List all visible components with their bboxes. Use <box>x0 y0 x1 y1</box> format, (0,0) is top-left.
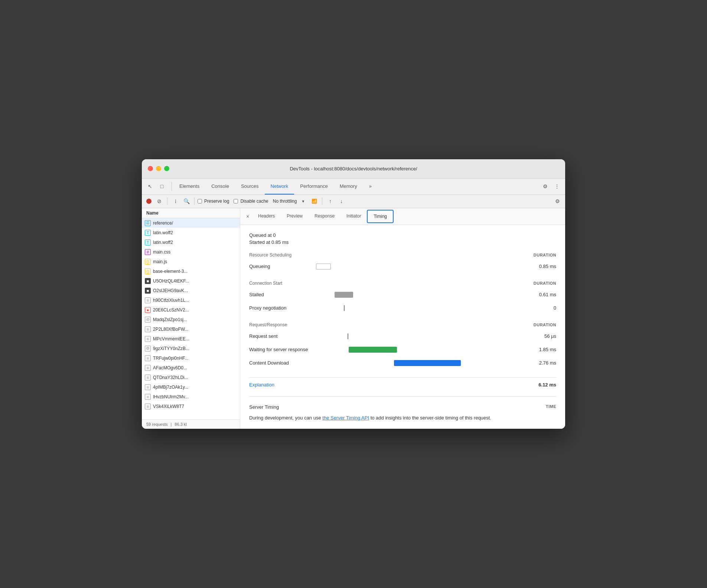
file-icon-1: T <box>145 230 151 236</box>
sidebar-item-17[interactable]: ≡ 4pIMBj7zOAk1y... <box>142 382 240 392</box>
server-timing-desc-suffix: to add insights into the server-side tim… <box>369 415 491 421</box>
server-timing-description: During development, you can use the Serv… <box>249 414 556 422</box>
throttle-label: No throttling <box>273 199 297 204</box>
sidebar-item-4[interactable]: {} main.js <box>142 257 240 267</box>
sub-tab-initiator[interactable]: Initiator <box>341 210 367 223</box>
window-title: DevTools - localhost:8080/docs/devtools/… <box>290 166 417 172</box>
sidebar-item-7[interactable]: ■ O2slJEHG9avK... <box>142 286 240 295</box>
cursor-icon[interactable]: ↖ <box>145 181 155 192</box>
sidebar-item-9[interactable]: ● 20E6CLcSzNV2... <box>142 305 240 315</box>
request-sent-label: Request sent <box>249 333 316 339</box>
titlebar: DevTools - localhost:8080/docs/devtools/… <box>142 159 565 179</box>
server-timing-desc-prefix: During development, you can use <box>249 415 322 421</box>
tab-sources[interactable]: Sources <box>235 178 265 195</box>
inspect-icon[interactable]: □ <box>157 181 167 192</box>
sidebar-item-0[interactable]: ☰ reference/ <box>142 218 240 228</box>
resource-scheduling-section: Resource Scheduling DURATION Queueing 0.… <box>249 252 556 272</box>
close-button[interactable] <box>148 166 153 171</box>
sidebar-item-name-3: main.css <box>153 249 170 255</box>
tab-performance[interactable]: Performance <box>294 178 333 195</box>
sidebar-item-name-18: lHvzbNUlrm2Mv... <box>153 394 189 399</box>
sub-tab-close[interactable]: × <box>243 210 252 223</box>
tab-divider-1 <box>172 182 172 191</box>
sidebar-item-name-12: MPcVmmemtEE... <box>153 336 189 342</box>
request-sent-bar-area <box>316 333 527 340</box>
clear-button[interactable]: ⊘ <box>154 196 164 206</box>
sidebar-item-name-19: VSk4XiLkW8T7 <box>153 404 184 409</box>
file-icon-5: {} <box>145 268 151 274</box>
sidebar-item-2[interactable]: T latin.woff2 <box>142 238 240 247</box>
stalled-label: Stalled <box>249 292 316 297</box>
tab-console[interactable]: Console <box>205 178 235 195</box>
tab-memory[interactable]: Memory <box>334 178 363 195</box>
tab-network[interactable]: Network <box>265 178 294 195</box>
sidebar-item-3[interactable]: # main.css <box>142 247 240 257</box>
disable-cache-input[interactable] <box>234 199 238 203</box>
sub-tab-timing[interactable]: Timing <box>367 210 394 223</box>
timing-row-stalled: Stalled 0.61 ms <box>249 290 556 300</box>
explanation-link[interactable]: Explanation <box>249 382 274 388</box>
search-button[interactable]: 🔍 <box>182 196 191 206</box>
sidebar-item-name-5: base-element-3... <box>153 269 188 274</box>
sidebar-item-16[interactable]: ≡ QTDnaY32hLDi... <box>142 373 240 382</box>
server-timing-time-col: TIME <box>546 404 556 410</box>
maximize-button[interactable] <box>164 166 169 171</box>
network-toolbar: ⊘ ⫶ 🔍 Preserve log Disable cache No thro… <box>142 195 565 208</box>
file-icon-10: ⊘ <box>145 317 151 323</box>
devtools-body: ↖ □ Elements Console Sources Network Per… <box>142 179 565 429</box>
toolbar-divider-1 <box>167 197 167 205</box>
devtools-more-icon[interactable]: ⋮ <box>552 181 562 192</box>
tab-more[interactable]: » <box>363 178 378 195</box>
main-content: Name ☰ reference/ T latin.woff2 T latin.… <box>142 208 565 429</box>
sidebar-item-10[interactable]: ⊘ MadqZslZpo1sj... <box>142 315 240 324</box>
tab-bar-right: ⚙ ⋮ <box>540 181 562 192</box>
tab-elements[interactable]: Elements <box>173 178 205 195</box>
download-bar <box>394 360 461 366</box>
sub-tab-preview[interactable]: Preview <box>281 210 309 223</box>
sidebar-item-13[interactable]: ⚙ 9gzXiTYY0nZzB... <box>142 344 240 353</box>
sidebar-item-15[interactable]: ≡ AFacMOgv6D0... <box>142 363 240 373</box>
sidebar-item-14[interactable]: ≡ TRFujw0pi0nHF... <box>142 353 240 363</box>
preserve-log-checkbox[interactable]: Preserve log <box>198 199 229 204</box>
sidebar-item-6[interactable]: ■ U5OHzQL4tEKF... <box>142 276 240 286</box>
file-icon-13: ⚙ <box>145 346 151 352</box>
sidebar-item-name-6: U5OHzQL4tEKF... <box>153 278 189 284</box>
connection-start-section: Connection Start DURATION Stalled 0.61 m… <box>249 281 556 313</box>
sidebar: Name ☰ reference/ T latin.woff2 T latin.… <box>142 208 240 429</box>
minimize-button[interactable] <box>156 166 161 171</box>
sidebar-item-19[interactable]: ≡ VSk4XiLkW8T7 <box>142 402 240 411</box>
export-icon[interactable]: ↓ <box>336 196 346 206</box>
sidebar-item-8[interactable]: ≡ h90CtfziXluvh1L... <box>142 295 240 305</box>
import-icon[interactable]: ↑ <box>325 196 335 206</box>
devtools-window: DevTools - localhost:8080/docs/devtools/… <box>142 159 565 429</box>
sub-tab-response[interactable]: Response <box>309 210 341 223</box>
network-settings-icon[interactable]: ⚙ <box>553 196 562 206</box>
sidebar-item-12[interactable]: ≡ MPcVmmemtEE... <box>142 334 240 344</box>
queueing-duration: 0.85 ms <box>527 264 556 269</box>
sidebar-item-name-11: 2P2L80XfBoFW... <box>153 327 188 332</box>
sidebar-item-11[interactable]: ≡ 2P2L80XfBoFW... <box>142 324 240 334</box>
filter-button[interactable]: ⫶ <box>170 196 180 206</box>
sidebar-item-name-10: MadqZslZpo1sj... <box>153 317 187 322</box>
preserve-log-input[interactable] <box>198 199 202 203</box>
download-duration: 2.76 ms <box>527 360 556 366</box>
wifi-icon[interactable]: 📶 <box>309 196 319 206</box>
queueing-label: Queueing <box>249 264 316 269</box>
sidebar-item-18[interactable]: ≡ lHvzbNUlrm2Mv... <box>142 392 240 402</box>
preserve-log-label: Preserve log <box>204 199 229 204</box>
file-icon-6: ■ <box>145 278 151 284</box>
record-button[interactable] <box>146 199 152 204</box>
file-icon-2: T <box>145 239 151 245</box>
sidebar-item-name-4: main.js <box>153 259 167 264</box>
sidebar-footer: 59 requests | 86.3 kl <box>142 419 240 429</box>
sidebar-item-5[interactable]: {} base-element-3... <box>142 267 240 276</box>
waiting-duration: 1.85 ms <box>527 347 556 352</box>
throttle-dropdown-icon[interactable]: ▼ <box>298 196 308 206</box>
server-timing-api-link[interactable]: the Server Timing API <box>322 415 369 421</box>
file-icon-16: ≡ <box>145 375 151 380</box>
sidebar-item-1[interactable]: T latin.woff2 <box>142 228 240 238</box>
sub-tab-headers[interactable]: Headers <box>252 210 281 223</box>
file-icon-9: ● <box>145 307 151 313</box>
devtools-settings-icon[interactable]: ⚙ <box>540 181 550 192</box>
disable-cache-checkbox[interactable]: Disable cache <box>234 199 268 204</box>
